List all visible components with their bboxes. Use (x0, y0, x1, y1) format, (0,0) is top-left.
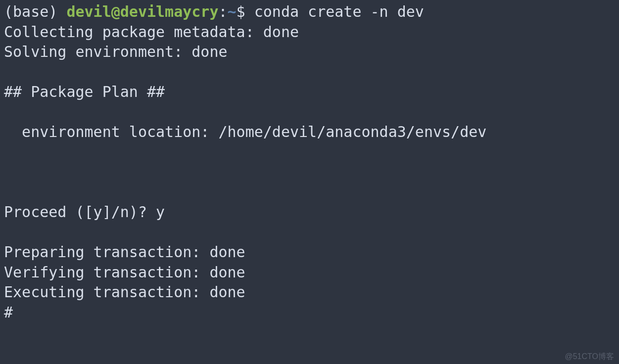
command-text: conda create -n dev (254, 3, 424, 20)
package-plan-header: ## Package Plan ## (4, 82, 615, 102)
user-host: devil@devilmaycry (66, 3, 218, 20)
env-prefix: (base) (4, 3, 66, 20)
blank-line (4, 142, 615, 163)
colon: : (218, 3, 227, 20)
preparing-transaction: Preparing transaction: done (4, 242, 615, 263)
prompt-line[interactable]: (base) devil@devilmaycry:~$ conda create… (4, 2, 615, 22)
tilde: ~ (228, 3, 237, 20)
env-location: environment location: /home/devil/anacon… (4, 122, 615, 142)
dollar: $ (237, 3, 254, 20)
blank-line (4, 223, 615, 243)
proceed-prompt: Proceed ([y]/n)? y (4, 202, 615, 223)
hash-line: # (4, 303, 615, 323)
blank-line (4, 102, 615, 123)
watermark: @51CTO博客 (565, 351, 614, 362)
verifying-transaction: Verifying transaction: done (4, 263, 615, 283)
blank-line (4, 182, 615, 203)
blank-line (4, 162, 615, 182)
output-collecting: Collecting package metadata: done (4, 22, 615, 43)
executing-transaction: Executing transaction: done (4, 282, 615, 303)
blank-line (4, 62, 615, 83)
output-solving: Solving environment: done (4, 42, 615, 62)
